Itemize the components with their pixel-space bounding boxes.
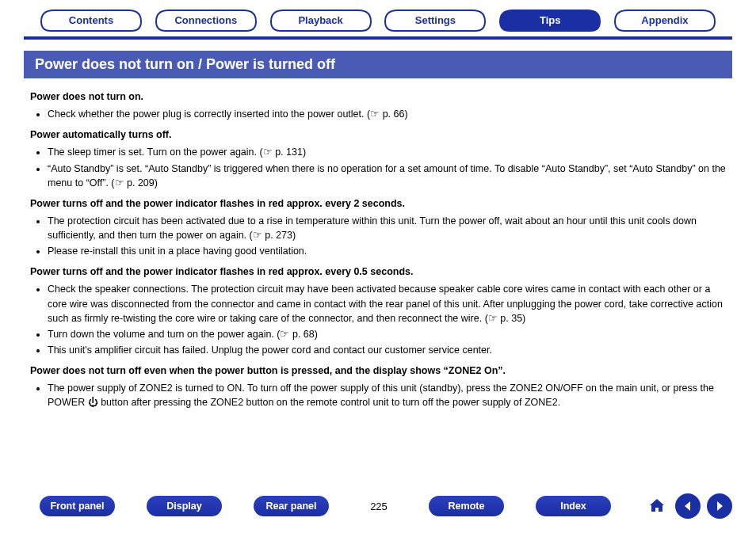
page-number: 225 (361, 501, 397, 512)
link-remote[interactable]: Remote (429, 496, 504, 516)
list-item: Turn down the volume and turn on the pow… (48, 327, 726, 341)
page-ref[interactable]: p. 68 (289, 329, 314, 340)
pointing-hand-icon: ☞ (370, 109, 380, 120)
item-text: The power supply of ZONE2 is turned to O… (48, 383, 714, 408)
page-ref[interactable]: p. 273 (262, 230, 292, 241)
list-item: Please re-install this unit in a place h… (48, 244, 726, 258)
page-ref[interactable]: p. 35 (498, 313, 522, 324)
item-text: Please re-install this unit in a place h… (48, 246, 307, 257)
section-list: The sleep timer is set. Turn on the powe… (30, 145, 726, 189)
item-text: Check whether the power plug is correctl… (48, 109, 365, 120)
item-text: Turn down the volume and turn on the pow… (48, 329, 274, 340)
pointing-hand-icon: ☞ (253, 230, 262, 241)
pointing-hand-icon: ☞ (263, 147, 273, 158)
page-ref[interactable]: p. 66 (380, 109, 404, 120)
section-list: The protection circuit has been activate… (30, 214, 726, 258)
section-band: Power does not turn on / Power is turned… (24, 51, 732, 78)
section-title: Power automatically turns off. (30, 128, 726, 142)
tab-label: Connections (174, 14, 237, 26)
tab-playback[interactable]: Playback (269, 10, 372, 32)
tab-settings[interactable]: Settings (384, 10, 487, 32)
list-item: Check whether the power plug is correctl… (48, 107, 726, 121)
pointing-hand-icon: ☞ (280, 329, 289, 340)
tab-label: Tips (540, 14, 561, 26)
tab-tips[interactable]: Tips (498, 10, 601, 32)
tab-label: Playback (298, 14, 342, 26)
list-item: Check the speaker connections. The prote… (48, 282, 726, 325)
tab-label: Contents (69, 14, 113, 26)
section-list: Check whether the power plug is correctl… (30, 107, 726, 121)
tab-contents[interactable]: Contents (40, 10, 143, 32)
link-front-panel[interactable]: Front panel (40, 496, 115, 516)
tab-divider (24, 36, 732, 40)
tab-label: Settings (415, 14, 456, 26)
page-ref[interactable]: p. 131 (273, 147, 303, 158)
item-text: Check the speaker connections. The prote… (48, 284, 723, 323)
section-list: Check the speaker connections. The prote… (30, 282, 726, 357)
item-text: This unit's amplifier circuit has failed… (48, 345, 492, 356)
list-item: The sleep timer is set. Turn on the powe… (48, 145, 726, 159)
pointing-hand-icon: ☞ (488, 313, 498, 324)
section-title: Power does not turn on. (30, 89, 726, 104)
home-icon[interactable] (645, 494, 669, 518)
list-item: “Auto Standby” is set. “Auto Standby” is… (48, 162, 726, 190)
tab-appendix[interactable]: Appendix (613, 10, 716, 32)
section-title: Power does not turn off even when the po… (30, 364, 726, 378)
tab-connections[interactable]: Connections (155, 10, 258, 32)
prev-page-icon[interactable] (675, 493, 701, 519)
item-text: The protection circuit has been activate… (48, 215, 697, 241)
link-rear-panel[interactable]: Rear panel (254, 496, 329, 516)
link-display[interactable]: Display (147, 496, 222, 516)
link-index[interactable]: Index (536, 496, 611, 516)
list-item: The protection circuit has been activate… (48, 214, 726, 242)
page-ref[interactable]: p. 209 (124, 177, 155, 188)
pointing-hand-icon: ☞ (115, 177, 124, 188)
section-list: The power supply of ZONE2 is turned to O… (30, 381, 726, 409)
list-item: This unit's amplifier circuit has failed… (48, 343, 726, 357)
item-text: The sleep timer is set. Turn on the powe… (48, 147, 257, 158)
section-title: Power turns off and the power indicator … (30, 265, 726, 279)
tab-label: Appendix (641, 14, 688, 26)
section-title: Power turns off and the power indicator … (30, 196, 726, 211)
next-page-icon[interactable] (707, 493, 732, 519)
list-item: The power supply of ZONE2 is turned to O… (48, 381, 726, 409)
